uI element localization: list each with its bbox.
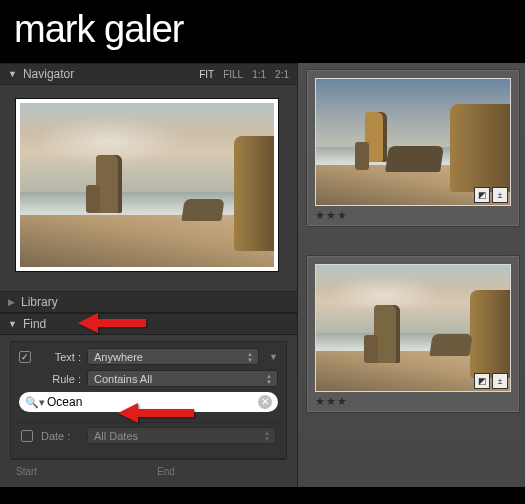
library-title: Library: [21, 295, 289, 309]
date-filter-checkbox[interactable]: [21, 430, 33, 442]
zoom-fit[interactable]: FIT: [199, 69, 214, 80]
collapse-triangle-icon: ▼: [8, 319, 17, 329]
find-body: Text : Anywhere ▲▼ ▼ Rule : Contains All…: [0, 335, 297, 487]
select-updown-icon: ▲▼: [262, 430, 272, 441]
text-scope-select[interactable]: Anywhere ▲▼: [87, 348, 259, 365]
adjust-badge-icon[interactable]: ±: [492, 373, 508, 389]
brand-title: mark galer: [0, 0, 525, 63]
grid-area: ◩ ± ★★★ ◩ ± ★★★: [298, 63, 525, 487]
navigator-title: Navigator: [23, 67, 199, 81]
find-title: Find: [23, 317, 289, 331]
library-header[interactable]: ▶ Library: [0, 291, 297, 313]
zoom-fill[interactable]: FILL: [223, 69, 243, 80]
navigator-body: [0, 85, 297, 291]
select-updown-icon: ▲▼: [245, 351, 255, 362]
crop-badge-icon[interactable]: ◩: [474, 373, 490, 389]
date-select[interactable]: All Dates ▲▼: [87, 427, 276, 444]
grid-cell[interactable]: ◩ ± ★★★: [306, 69, 520, 227]
rule-select[interactable]: Contains All ▲▼: [87, 370, 278, 387]
zoom-2to1[interactable]: 2:1: [275, 69, 289, 80]
date-label: Date :: [41, 430, 79, 442]
navigator-header[interactable]: ▼ Navigator FIT FILL 1:1 2:1: [0, 63, 297, 85]
search-input[interactable]: [47, 395, 258, 409]
crop-badge-icon[interactable]: ◩: [474, 187, 490, 203]
adjust-badge-icon[interactable]: ±: [492, 187, 508, 203]
collapse-triangle-icon: ▼: [8, 69, 17, 79]
grid-cell[interactable]: ◩ ± ★★★: [306, 255, 520, 413]
rating-stars[interactable]: ★★★: [315, 395, 348, 408]
expand-triangle-icon: ▶: [8, 297, 15, 307]
select-updown-icon: ▲▼: [264, 373, 274, 384]
rating-stars[interactable]: ★★★: [315, 209, 348, 222]
text-filter-checkbox[interactable]: [19, 351, 31, 363]
thumbnail-image[interactable]: ◩ ±: [315, 78, 511, 206]
clear-search-icon[interactable]: ✕: [258, 395, 272, 409]
rule-label: Rule :: [37, 373, 81, 385]
end-label: End: [157, 466, 175, 477]
thumbnail-image[interactable]: ◩ ±: [315, 264, 511, 392]
search-icon: 🔍▾: [25, 396, 45, 409]
navigator-preview-image[interactable]: [16, 99, 278, 271]
zoom-1to1[interactable]: 1:1: [252, 69, 266, 80]
find-header[interactable]: ▼ Find: [0, 313, 297, 335]
left-panel: ▼ Navigator FIT FILL 1:1 2:1 ▶ Library: [0, 63, 298, 487]
search-field-wrap: 🔍▾ ✕: [19, 392, 278, 412]
options-triangle-icon[interactable]: ▼: [269, 352, 278, 362]
start-label: Start: [16, 466, 37, 477]
text-label: Text :: [37, 351, 81, 363]
